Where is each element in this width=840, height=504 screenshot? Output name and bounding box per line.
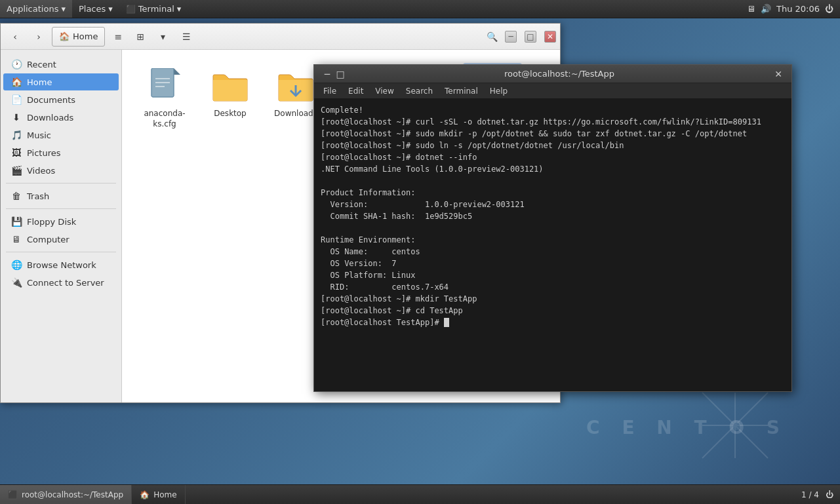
sidebar-label-server: Connect to Server [27,278,104,288]
grid-view-button[interactable]: ⊞ [130,27,151,47]
music-icon: 🎵 [11,130,22,140]
svg-point-12 [730,420,740,431]
home-button[interactable]: 🏠 Home [52,27,105,47]
places-arrow: ▾ [108,4,113,14]
taskbar-left: Applications ▾ Places ▾ ⬛ Terminal ▾ [0,0,188,18]
sidebar-label-trash: Trash [27,191,49,201]
floppy-icon: 💾 [11,216,22,227]
sidebar-item-computer[interactable]: 🖥 Computer [3,231,119,248]
hamburger-icon: ☰ [182,31,191,42]
terminal-window-title: root@localhost:~/TestApp [347,69,772,79]
sidebar-label-floppy: Floppy Disk [27,217,76,227]
videos-icon: 🎬 [11,165,22,176]
extra-menu-button[interactable]: ☰ [176,27,197,47]
back-button[interactable]: ‹ [5,27,26,47]
clock: Thu 20:06 [776,4,820,14]
terminal-cursor [444,318,449,327]
server-icon: 🔌 [11,277,22,288]
home-label: Home [73,31,98,41]
recent-icon: 🕐 [11,59,22,69]
task-home-icon: 🏠 [140,490,150,499]
sidebar-item-music[interactable]: 🎵 Music [3,126,119,144]
forward-icon: › [37,31,41,42]
sidebar-item-floppy[interactable]: 💾 Floppy Disk [3,213,119,230]
sidebar-label-computer: Computer [27,235,70,244]
terminal-arrow: ▾ [177,4,182,14]
terminal-menu-help[interactable]: Help [485,85,513,97]
list-view-button[interactable]: ≡ [108,27,129,47]
search-icon: 🔍 [487,31,498,42]
task-home-label: Home [153,490,176,499]
terminal-window: ─ □ root@localhost:~/TestApp ✕ File Edit… [313,64,792,392]
search-button[interactable]: 🔍 [481,27,502,47]
sidebar-item-server[interactable]: 🔌 Connect to Server [3,274,119,291]
pictures-icon: 🖼 [11,147,22,158]
sidebar-label-documents: Documents [27,95,75,105]
back-icon: ‹ [13,31,17,42]
taskbar-terminal-task[interactable]: ⬛ root@localhost:~/TestApp [0,485,132,504]
volume-icon[interactable]: 🔊 [761,4,771,14]
sidebar-item-downloads[interactable]: ⬇ Downloads [3,109,119,126]
sidebar-label-downloads: Downloads [27,113,73,123]
terminal-menu-edit[interactable]: Edit [343,85,369,97]
sidebar-item-home[interactable]: 🏠 Home [3,73,119,90]
terminal-menu-file[interactable]: File [318,85,342,97]
top-taskbar: Applications ▾ Places ▾ ⬛ Terminal ▾ 🖥 🔊… [0,0,840,18]
sidebar-item-videos[interactable]: 🎬 Videos [3,162,119,179]
file-item-anaconda[interactable]: anaconda-ks.cfg [135,63,194,134]
sidebar-item-documents[interactable]: 📄 Documents [3,91,119,108]
desktop: Applications ▾ Places ▾ ⬛ Terminal ▾ 🖥 🔊… [0,0,840,504]
applications-menu[interactable]: Applications ▾ [0,0,72,18]
computer-icon: 🖥 [11,234,22,244]
maximize-button[interactable]: □ [525,31,536,43]
terminal-minimize-button[interactable]: ─ [321,68,334,81]
file-icon-anaconda [146,68,183,105]
terminal-menubar: File Edit View Search Terminal Help [314,83,791,99]
file-manager-toolbar: ‹ › 🏠 Home ≡ ⊞ ▾ ☰ [1,24,560,50]
terminal-label: Terminal [138,4,174,14]
terminal-menu-view[interactable]: View [370,85,399,97]
taskbar-home-task[interactable]: 🏠 Home [132,485,185,504]
applications-label: Applications [7,4,58,14]
places-menu[interactable]: Places ▾ [72,0,119,18]
file-manager-sidebar: 🕐 Recent 🏠 Home 📄 Documents ⬇ Downloads … [1,50,122,402]
sidebar-item-network[interactable]: 🌐 Browse Network [3,256,119,273]
minimize-button[interactable]: ─ [505,31,517,43]
sidebar-item-recent[interactable]: 🕐 Recent [3,56,119,73]
taskbar-right: 🖥 🔊 Thu 20:06 ⏻ [747,4,840,14]
terminal-close-button[interactable]: ✕ [772,68,785,81]
sidebar-label-videos: Videos [27,166,55,176]
documents-icon: 📄 [11,94,22,105]
terminal-titlebar: ─ □ root@localhost:~/TestApp ✕ [314,65,791,83]
bottom-taskbar-right: 1 / 4 ⏻ [801,490,840,499]
task-terminal-label: root@localhost:~/TestApp [22,490,123,499]
monitor-icon[interactable]: 🖥 [747,4,755,14]
close-button[interactable]: ✕ [544,31,556,43]
downloads-icon: ⬇ [11,112,22,123]
applications-arrow: ▾ [61,4,66,14]
power-icon[interactable]: ⏻ [825,4,833,14]
home-sidebar-icon: 🏠 [11,77,22,87]
view-dropdown-button[interactable]: ▾ [152,27,173,47]
terminal-menu[interactable]: ⬛ Terminal ▾ [119,0,188,18]
sidebar-divider-1 [6,183,116,184]
sidebar-label-recent: Recent [27,60,56,69]
terminal-body[interactable]: Complete! [root@localhost ~]# curl -sSL … [314,99,791,391]
sidebar-label-pictures: Pictures [27,148,60,158]
grid-view-icon: ⊞ [137,31,145,42]
terminal-menu-search[interactable]: Search [401,85,438,97]
file-label-desktop: Desktop [214,109,247,119]
centos-logo-decoration [696,386,774,465]
file-item-desktop[interactable]: Desktop [201,63,260,134]
terminal-maximize-button[interactable]: □ [334,68,347,81]
bottom-power-icon[interactable]: ⏻ [826,490,833,499]
sidebar-item-trash[interactable]: 🗑 Trash [3,187,119,204]
sidebar-item-pictures[interactable]: 🖼 Pictures [3,144,119,161]
terminal-menu-terminal[interactable]: Terminal [439,85,483,97]
svg-marker-1 [174,68,180,75]
network-icon: 🌐 [11,260,22,270]
file-label-downloads: Downloads [274,109,317,119]
folder-icon-desktop [212,68,249,105]
forward-button[interactable]: › [28,27,49,47]
sidebar-divider-3 [6,252,116,252]
